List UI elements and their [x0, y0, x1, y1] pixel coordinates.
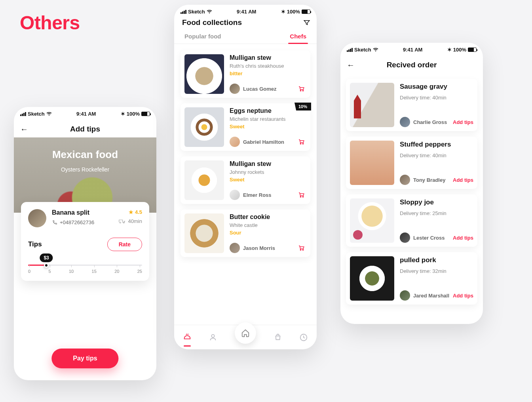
add-tips-button[interactable]: Add tips	[453, 177, 473, 183]
food-title: Mulligan stew	[230, 160, 306, 168]
orders-list: Sausage gravy Delivery time: 40min Charl…	[340, 73, 483, 310]
order-card[interactable]: Stuffed peppers Delivery time: 40min Ton…	[346, 137, 477, 189]
order-delivery-time: Delivery time: 40min	[400, 152, 473, 158]
rating-value: 4.5	[135, 209, 142, 215]
nav-home-button[interactable]	[235, 322, 256, 344]
order-image	[350, 256, 394, 301]
nav-header: Food collections	[174, 19, 317, 27]
food-title: Mulligan stew	[230, 54, 306, 61]
chef-avatar	[400, 290, 410, 301]
back-button[interactable]: ←	[20, 125, 28, 134]
food-card[interactable]: Mulligan stew Ruth's chris steakhouse bi…	[180, 50, 310, 98]
rate-button[interactable]: Rate	[107, 238, 142, 251]
order-card[interactable]: Sausage gravy Delivery time: 40min Charl…	[346, 79, 477, 131]
status-time: 9:41 AM	[237, 9, 256, 15]
cart-icon[interactable]	[298, 85, 305, 92]
battery-percent: 100%	[453, 47, 466, 53]
food-image	[184, 107, 224, 147]
chef-name: Charlie Gross	[413, 119, 447, 125]
battery-icon	[302, 10, 310, 14]
bluetooth-icon: ✶	[447, 47, 452, 53]
bluetooth-icon: ✶	[121, 111, 125, 117]
tick: 20	[114, 269, 119, 274]
carrier-label: Sketch	[188, 9, 205, 15]
chef-avatar	[400, 175, 410, 185]
order-title: Sloppy joe	[400, 198, 473, 206]
chef-avatar	[230, 190, 240, 200]
signal-icon	[180, 10, 186, 14]
tab-popular[interactable]: Popular food	[183, 29, 223, 44]
nav-header: ← Recived order	[340, 57, 483, 73]
filter-button[interactable]	[303, 19, 310, 26]
chef-avatar	[230, 137, 240, 147]
eta-value: 40min	[128, 218, 142, 224]
tab-chefs[interactable]: Chefs	[288, 29, 308, 44]
add-tips-button[interactable]: Add tips	[453, 293, 473, 299]
food-card[interactable]: Butter cookie White castle Sour Jason Mo…	[180, 210, 310, 257]
food-image	[184, 54, 224, 94]
chef-name: Tony Bradley	[413, 177, 445, 183]
chef-avatar	[230, 243, 240, 253]
truck-icon	[119, 219, 126, 224]
bottom-nav	[174, 325, 317, 349]
status-time: 9:41 AM	[76, 111, 96, 117]
food-tag: bitter	[230, 70, 306, 76]
page-title: Food collections	[182, 18, 242, 27]
order-card[interactable]: Sloppy joe Delivery time: 25min Lester C…	[346, 194, 477, 247]
wifi-icon	[373, 48, 378, 52]
nav-cart-icon[interactable]	[274, 333, 282, 342]
driver-name: Banana split	[52, 209, 113, 216]
chef-avatar	[400, 117, 410, 127]
food-card[interactable]: 10% Eggs neptune Michelin star restauran…	[180, 103, 310, 151]
cart-icon[interactable]	[298, 191, 305, 198]
tabs: Popular food Chefs	[174, 27, 317, 44]
tick: 0	[28, 269, 30, 274]
order-image	[350, 141, 394, 185]
status-bar: Sketch 9:41 AM ✶ 100%	[340, 43, 483, 57]
driver-phone-number[interactable]: +04872662736	[60, 219, 94, 225]
battery-icon	[141, 112, 150, 116]
cart-icon[interactable]	[298, 244, 305, 251]
nav-header: ← Add tips	[14, 121, 156, 137]
tip-slider[interactable]: $3 0 5 10 15 20 25	[28, 265, 142, 274]
tick: 25	[137, 269, 142, 274]
section-title: Others	[20, 12, 80, 34]
hero-title: Mexican food	[14, 149, 156, 161]
driver-avatar	[28, 209, 46, 227]
order-title: pulled pork	[400, 256, 473, 264]
status-time: 9:41 AM	[403, 47, 422, 53]
chef-name: Jared Marshall	[413, 293, 449, 299]
order-delivery-time: Delivery time: 25min	[400, 210, 473, 216]
chef-avatar	[230, 84, 240, 94]
wifi-icon	[46, 112, 52, 116]
chef-avatar	[400, 232, 410, 243]
pay-tips-button[interactable]: Pay tips	[51, 349, 118, 368]
discount-badge: 10%	[294, 103, 311, 111]
back-button[interactable]: ←	[347, 61, 355, 70]
food-card[interactable]: Mulligan stew Johnny rockets Sweet Elmer…	[180, 156, 310, 204]
food-restaurant: White castle	[230, 222, 306, 228]
food-image	[184, 213, 224, 253]
tick: 5	[48, 269, 51, 274]
cart-icon[interactable]	[298, 138, 305, 145]
order-title: Sausage gravy	[400, 83, 473, 91]
add-tips-button[interactable]: Add tips	[453, 119, 473, 125]
chef-name: Gabriel Hamilton	[243, 139, 284, 145]
bluetooth-icon: ✶	[281, 9, 285, 15]
carrier-label: Sketch	[354, 47, 371, 53]
signal-icon	[347, 48, 353, 52]
nav-history-icon[interactable]	[299, 333, 308, 342]
screen-food-collections: Sketch 9:41 AM ✶ 100% Food collections P…	[174, 5, 317, 349]
nav-profile-icon[interactable]	[209, 333, 217, 342]
battery-percent: 100%	[287, 9, 300, 15]
tick: 15	[92, 269, 97, 274]
order-card[interactable]: pulled pork Delivery time: 32min Jared M…	[346, 252, 477, 305]
tips-label: Tips	[28, 240, 42, 248]
hero-subtitle: Oysters Rockefeller	[14, 166, 156, 173]
status-bar: Sketch 9:41 AM ✶ 100%	[14, 107, 156, 121]
food-restaurant: Michelin star restaurants	[230, 116, 306, 122]
order-title: Stuffed peppers	[400, 141, 473, 149]
wifi-icon	[207, 10, 212, 14]
nav-food-icon[interactable]	[183, 333, 192, 342]
add-tips-button[interactable]: Add tips	[453, 235, 473, 241]
